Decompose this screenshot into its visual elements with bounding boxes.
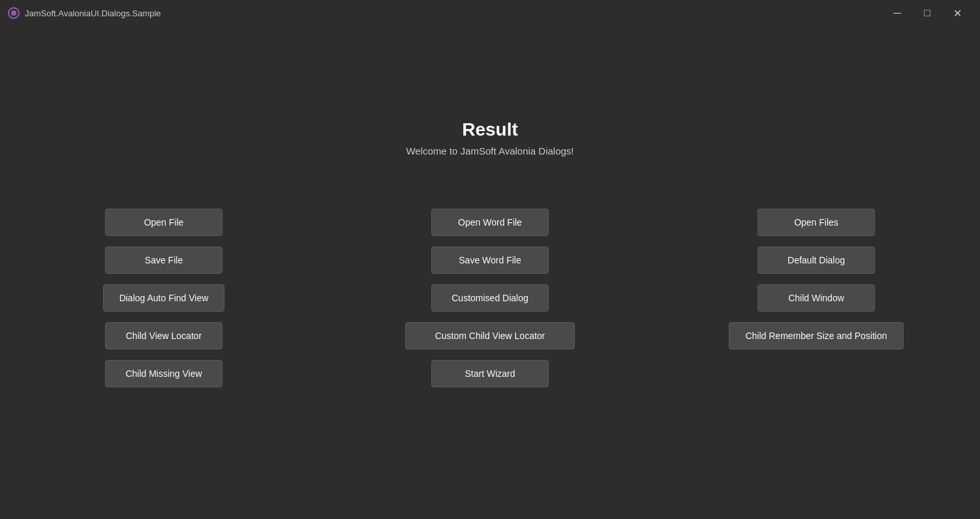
cell-custom-child-view-locator: Custom Child View Locator — [327, 322, 653, 349]
cell-start-wizard: Start Wizard — [327, 360, 653, 387]
start-wizard-button[interactable]: Start Wizard — [431, 360, 549, 387]
minimize-button[interactable]: ─ — [882, 3, 912, 23]
child-remember-size-position-button[interactable]: Child Remember Size and Position — [729, 322, 903, 349]
cell-child-missing-view: Child Missing View — [1, 360, 327, 387]
close-button[interactable]: ✕ — [942, 3, 972, 23]
button-row-3: Dialog Auto Find View Customised Dialog … — [1, 284, 979, 312]
child-window-button[interactable]: Child Window — [758, 284, 875, 312]
cell-save-file: Save File — [1, 246, 327, 274]
button-row-2: Save File Save Word File Default Dialog — [1, 246, 979, 274]
button-grid: Open File Open Word File Open Files Save… — [1, 209, 979, 387]
cell-dialog-auto-find-view: Dialog Auto Find View — [1, 284, 327, 312]
save-word-file-button[interactable]: Save Word File — [431, 246, 549, 274]
title-bar: JamSoft.AvaloniaUI.Dialogs.Sample ─ □ ✕ — [0, 0, 980, 26]
open-files-button[interactable]: Open Files — [758, 209, 875, 236]
main-content: Result Welcome to JamSoft Avalonia Dialo… — [0, 26, 980, 519]
custom-child-view-locator-button[interactable]: Custom Child View Locator — [405, 322, 575, 349]
cell-default-dialog: Default Dialog — [653, 246, 979, 274]
app-title: JamSoft.AvaloniaUI.Dialogs.Sample — [25, 8, 161, 18]
maximize-button[interactable]: □ — [912, 3, 942, 23]
child-view-locator-button[interactable]: Child View Locator — [105, 322, 222, 349]
result-title: Result — [406, 119, 574, 140]
cell-save-word-file: Save Word File — [327, 246, 653, 274]
default-dialog-button[interactable]: Default Dialog — [758, 246, 875, 274]
cell-child-remember-size: Child Remember Size and Position — [653, 322, 979, 349]
button-row-4: Child View Locator Custom Child View Loc… — [1, 322, 979, 349]
customised-dialog-button[interactable]: Customised Dialog — [431, 284, 549, 312]
open-file-button[interactable]: Open File — [105, 209, 222, 236]
cell-open-file: Open File — [1, 209, 327, 236]
cell-child-view-locator: Child View Locator — [1, 322, 327, 349]
header-section: Result Welcome to JamSoft Avalonia Dialo… — [406, 119, 574, 156]
save-file-button[interactable]: Save File — [105, 246, 222, 274]
app-icon — [8, 7, 20, 19]
window-controls: ─ □ ✕ — [882, 3, 972, 23]
child-missing-view-button[interactable]: Child Missing View — [105, 360, 222, 387]
result-subtitle: Welcome to JamSoft Avalonia Dialogs! — [406, 145, 574, 156]
button-row-5: Child Missing View Start Wizard — [1, 360, 979, 387]
cell-child-window: Child Window — [653, 284, 979, 312]
title-bar-left: JamSoft.AvaloniaUI.Dialogs.Sample — [8, 7, 161, 19]
cell-open-files: Open Files — [653, 209, 979, 236]
open-word-file-button[interactable]: Open Word File — [431, 209, 549, 236]
dialog-auto-find-view-button[interactable]: Dialog Auto Find View — [103, 284, 225, 312]
cell-open-word-file: Open Word File — [327, 209, 653, 236]
button-row-1: Open File Open Word File Open Files — [1, 209, 979, 236]
svg-point-1 — [11, 10, 16, 16]
cell-customised-dialog: Customised Dialog — [327, 284, 653, 312]
